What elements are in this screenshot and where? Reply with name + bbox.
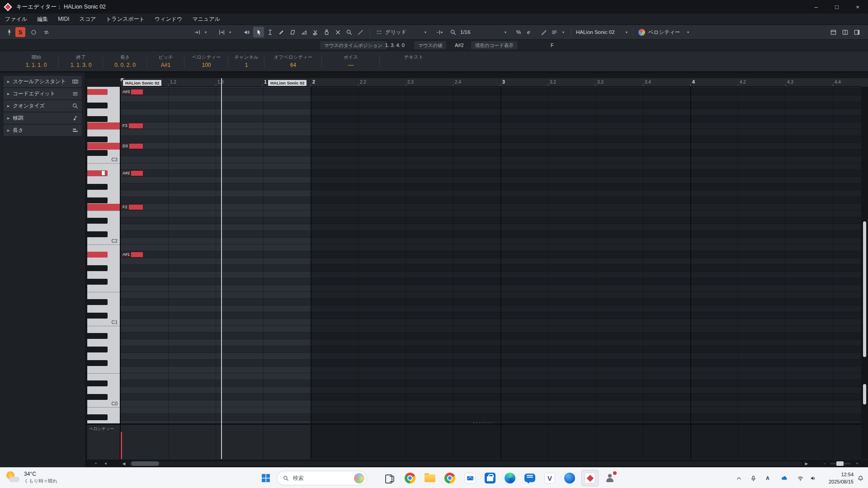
title-bar[interactable]: キーエディター： HALion Sonic 02 – □ ×: [0, 0, 868, 14]
piano-key-black[interactable]: [87, 333, 108, 339]
snap-caret-icon[interactable]: ▾: [227, 27, 233, 38]
part-name-tag[interactable]: HALion Sonic 02: [123, 80, 161, 86]
midi-note[interactable]: A#1: [121, 252, 143, 258]
tray-wifi-icon[interactable]: [795, 473, 805, 483]
midi-note[interactable]: F3: [121, 123, 143, 129]
info-field-value[interactable]: 1. 1. 3. 0: [59, 62, 103, 68]
piano-key-black[interactable]: [87, 218, 108, 224]
quantize-preset-icon[interactable]: [448, 27, 458, 38]
horizontal-scroll-track[interactable]: [129, 461, 802, 466]
grid-type-icon[interactable]: [373, 27, 384, 38]
info-field-value[interactable]: 1: [228, 62, 264, 68]
left-panel-section-5[interactable]: ▶長さ: [4, 125, 82, 136]
autoscroll-caret-icon[interactable]: ▾: [203, 27, 208, 38]
taskbar-app-cubase[interactable]: [584, 472, 596, 484]
quantize-caret-icon[interactable]: ▾: [503, 27, 508, 38]
mute-tool[interactable]: [332, 27, 343, 38]
acoustic-feedback-icon[interactable]: [241, 27, 252, 38]
piano-key-black[interactable]: [87, 279, 108, 285]
part-selector-dropdown[interactable]: HALion Sonic 02: [576, 27, 615, 38]
note-display-grid[interactable]: A#3F3D3A#2F2A#1: [121, 87, 861, 423]
start-button[interactable]: [260, 473, 271, 483]
note-info-line[interactable]: 開始1. 1. 1. 0終了1. 1. 3. 0長さ0. 0. 2. 0ピッチA…: [0, 51, 868, 72]
taskbar-app-file-explorer[interactable]: [424, 472, 436, 484]
glue-tool[interactable]: [321, 27, 332, 38]
piano-key-black[interactable]: [87, 360, 108, 366]
taskbar-search-input[interactable]: 検索: [277, 471, 367, 485]
piano-key-black[interactable]: [87, 252, 108, 258]
split-zone-icon[interactable]: [840, 27, 850, 38]
tray-volume-icon[interactable]: [808, 473, 818, 483]
velocity-bar[interactable]: [121, 432, 122, 459]
line-tool[interactable]: [355, 27, 366, 38]
info-field-value[interactable]: —: [322, 62, 380, 68]
lane-divider-handle-icon[interactable]: ·······: [473, 420, 493, 425]
draw-tool[interactable]: [276, 27, 287, 38]
toolbar-setup-icon[interactable]: [828, 27, 839, 38]
timeline-ruler[interactable]: 1.21.3122.22.32.433.23.33.444.24.34.4HAL…: [121, 78, 861, 87]
info-field-value[interactable]: 1. 1. 1. 0: [14, 62, 59, 68]
midi-input-icon[interactable]: [549, 27, 560, 38]
zoom-tool[interactable]: [344, 27, 354, 38]
pin-editor-icon[interactable]: [4, 27, 14, 38]
grid-caret-icon[interactable]: ▾: [423, 27, 428, 38]
piano-key-black[interactable]: [87, 231, 108, 237]
object-selection-tool[interactable]: [253, 27, 264, 38]
menu-item[interactable]: MIDI: [53, 14, 74, 25]
menu-item[interactable]: ウィンドウ: [150, 14, 187, 25]
horizontal-scroll-thumb[interactable]: [131, 461, 159, 466]
zoom-out-icon[interactable]: −: [821, 460, 828, 467]
right-zone-icon[interactable]: [851, 27, 862, 38]
record-icon[interactable]: [28, 27, 39, 38]
scroll-left-icon[interactable]: ◀: [120, 460, 127, 467]
piano-key-black[interactable]: [87, 380, 108, 386]
input-caret-icon[interactable]: ▾: [561, 27, 566, 38]
left-panel-section-4[interactable]: ▶移調: [4, 113, 82, 124]
midi-note[interactable]: D3: [121, 143, 143, 149]
piano-key-black[interactable]: [87, 299, 108, 305]
erase-tool[interactable]: [287, 27, 298, 38]
part-name-tag[interactable]: HALion Sonic 02: [268, 80, 307, 86]
menu-item[interactable]: マニュアル: [187, 14, 225, 25]
taskbar-app-task-view[interactable]: [383, 472, 396, 484]
menu-item[interactable]: ファイル: [0, 14, 32, 25]
solo-editor-button[interactable]: S: [15, 27, 25, 37]
search-highlight-image[interactable]: [354, 473, 364, 483]
project-cursor[interactable]: [221, 78, 222, 459]
grid-type-dropdown[interactable]: グリッド: [385, 27, 406, 38]
piano-key-black[interactable]: [87, 347, 108, 352]
cycle-icon[interactable]: [41, 27, 52, 38]
taskbar-app-chrome-2[interactable]: [443, 472, 456, 484]
weather-widget[interactable]: 34°C くもり時々晴れ: [5, 470, 57, 484]
trim-tool[interactable]: [298, 27, 309, 38]
event-color-dropdown[interactable]: ベロシティー: [648, 27, 680, 38]
range-selection-tool[interactable]: [264, 27, 275, 38]
piano-key-black[interactable]: [87, 184, 108, 190]
iterative-quantize-button[interactable]: %: [516, 27, 521, 38]
horizontal-zoom-thumb[interactable]: [836, 461, 844, 466]
velocity-lane[interactable]: [121, 425, 861, 459]
lane-preset-caret-icon[interactable]: ▾: [102, 460, 109, 467]
tray-onedrive-icon[interactable]: [779, 473, 789, 483]
tray-mic-icon[interactable]: [748, 473, 758, 483]
tray-ime-icon[interactable]: A: [763, 473, 773, 483]
info-field-value[interactable]: 0. 0. 2. 0: [103, 62, 147, 68]
scroll-right-icon[interactable]: ▶: [803, 460, 810, 467]
piano-key-black[interactable]: [87, 150, 108, 156]
piano-key-black[interactable]: [87, 103, 108, 108]
left-panel-section-3[interactable]: ▶クオンタイズ: [4, 100, 82, 112]
menu-item[interactable]: 編集: [32, 14, 53, 25]
minimize-button[interactable]: –: [806, 0, 826, 14]
taskbar-app-skype[interactable]: [563, 472, 576, 484]
midi-note[interactable]: F2: [121, 204, 143, 210]
info-field-value[interactable]: A#1: [147, 62, 184, 68]
taskbar-app-people[interactable]: [604, 472, 616, 484]
quantize-preset-dropdown[interactable]: 1/16: [460, 27, 470, 38]
add-controller-lane-button[interactable]: +: [92, 460, 99, 467]
quantize-adjust-icon[interactable]: [434, 27, 445, 38]
zoom-in-icon[interactable]: +: [854, 460, 861, 467]
event-color-caret-icon[interactable]: ▾: [685, 27, 691, 38]
vertical-zoom-thumb[interactable]: [863, 384, 866, 404]
piano-key-black[interactable]: [87, 265, 108, 271]
close-button[interactable]: ×: [847, 0, 868, 14]
